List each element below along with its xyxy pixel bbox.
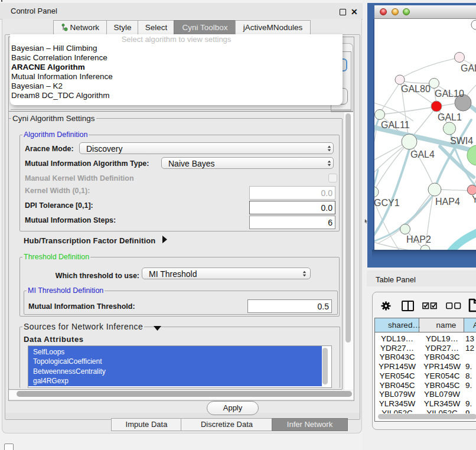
svg-text:GAL11: GAL11	[381, 120, 410, 130]
svg-text:HAP4: HAP4	[435, 197, 460, 207]
svg-text:SWI4: SWI4	[450, 136, 473, 146]
svg-text:GAL1: GAL1	[438, 112, 462, 122]
svg-text:Y: Y	[472, 194, 476, 204]
svg-text:HAP2: HAP2	[406, 234, 431, 244]
svg-text:GCY1: GCY1	[374, 198, 400, 208]
svg-text:GAL80: GAL80	[401, 84, 431, 94]
svg-text:GAL7: GAL7	[461, 63, 476, 73]
svg-text:GAL4: GAL4	[410, 149, 435, 159]
svg-text:GAL10: GAL10	[435, 89, 464, 99]
